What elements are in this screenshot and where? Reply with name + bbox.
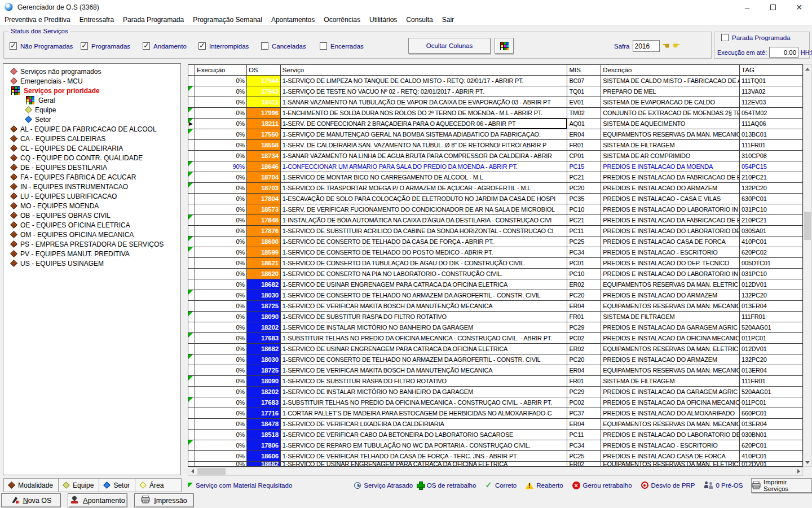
tag-cell[interactable]: 030SA01	[740, 226, 803, 236]
tag-cell[interactable]: 111FR01	[740, 312, 803, 322]
os-cell[interactable]: 18411	[247, 97, 281, 107]
os-cell[interactable]: 17943	[247, 86, 281, 97]
checkbox-box[interactable]	[10, 42, 17, 50]
servico-cell[interactable]: 1-SERVICO DE INSTALAR MICTÓRIO NO BANHEI…	[281, 322, 568, 332]
status-checkbox-2[interactable]: Programadas	[81, 42, 130, 50]
menu-item-7[interactable]: Utilitários	[365, 15, 401, 25]
tag-cell[interactable]: 013ER04	[740, 301, 803, 311]
scroll-up-button[interactable]	[804, 65, 811, 73]
execucao-cell[interactable]: 0%	[195, 129, 247, 139]
execucao-cell[interactable]: 0%	[195, 215, 247, 225]
mis-cell[interactable]: TQ01	[567, 86, 601, 97]
servico-cell[interactable]: 1-ESCAVAÇÃO DE SOLO PARA COLOCAÇÃO DE EL…	[281, 194, 568, 204]
os-cell[interactable]: 18478	[247, 419, 281, 429]
servico-cell[interactable]: 1-SERVICO DE VERIFICAR LIXADEIRA DA CALD…	[281, 419, 568, 429]
mis-cell[interactable]: FR01	[567, 376, 601, 386]
tree-item-17[interactable]: OE - EQUIPES OFICINA ELETRICA	[3, 220, 180, 230]
header-execucao[interactable]: Execução	[195, 65, 247, 75]
mis-cell[interactable]: PC35	[567, 194, 601, 204]
execucao-cell[interactable]: 0%	[195, 172, 247, 182]
servico-cell[interactable]: 1-SERVICO DE VERIFICAR TELHADO DA CASA D…	[281, 451, 568, 461]
descricao-cell[interactable]: PREDIOS E INSTALACAO CASA DE FORCA	[601, 237, 740, 247]
descricao-cell[interactable]: PREDIOS E INSTALACAO CASA DE FORCA	[601, 451, 740, 461]
tag-cell[interactable]: 013ER04	[740, 365, 803, 375]
execucao-cell[interactable]: 0%	[195, 194, 247, 204]
os-cell[interactable]: 18558	[247, 140, 281, 150]
descricao-cell[interactable]: PREDIOS E INSTALACAO DA FABRICACAO DE E	[601, 172, 740, 182]
table-row[interactable]: 0%180301-SERVICO DE CONSERTO DE TELHADO …	[188, 354, 803, 365]
execucao-cell[interactable]: 0%	[195, 430, 247, 440]
servico-cell[interactable]: 1-SERVICO DE CONSERTO DE TELHADO DO POST…	[281, 247, 568, 257]
descricao-cell[interactable]: PREPARO DE MEL	[601, 86, 740, 97]
tag-cell[interactable]: 111TQ01	[740, 76, 803, 86]
tree-item-9[interactable]: CL - EQUIPES DE CALDEIRARIA	[3, 143, 180, 153]
mis-cell[interactable]: PC15	[567, 161, 601, 172]
servico-cell[interactable]: 1-SERVICO DE TRASPORTAR MOEGA P/ O ARMAZ…	[281, 183, 568, 193]
tree-item-16[interactable]: OB - EQUIPES OBRAS CIVIL	[3, 211, 180, 220]
tree-item-19[interactable]: PS - EMPRESA PRESTADORA DE SERVIÇOS	[3, 239, 180, 249]
descricao-cell[interactable]: CONJUNTO DE EXTRACAO DE MOENDAS 2§ TE	[601, 108, 740, 118]
descricao-cell[interactable]: PREDIOS E INSTALACAO - CASA E VILAS	[601, 194, 740, 204]
vertical-scroll-thumb[interactable]	[804, 212, 811, 240]
menu-item-3[interactable]: Parada Programada	[118, 15, 188, 25]
descricao-cell[interactable]: SISTEMA DE FILTRAGEM	[601, 312, 740, 322]
os-cell[interactable]: 17806	[247, 440, 281, 450]
descricao-cell[interactable]: PREDIOS E INSTALACAO DA GARAGEM AGRIC	[601, 322, 740, 332]
tag-cell[interactable]: 054PC15	[740, 161, 803, 172]
tree-item-18[interactable]: OM - EQUIPES OFICINA MECANICA	[3, 230, 180, 239]
header-descricao[interactable]: Descrição	[601, 65, 740, 75]
servico-cell[interactable]: 1-SERVICO DE CONSERTO DA TUBULAÇAO DE AG…	[281, 258, 568, 268]
os-cell[interactable]: 17848	[247, 215, 281, 225]
execucao-cell[interactable]: 90%	[195, 161, 247, 172]
checkbox-box[interactable]	[81, 42, 88, 50]
filter-tab-equipe[interactable]: Equipe	[59, 479, 99, 492]
descricao-cell[interactable]: SISTEMA DE FILTRAGEM	[601, 376, 740, 386]
table-row[interactable]: 0%182021-SERVICO DE INSTALAR MICTÓRIO NO…	[188, 387, 803, 397]
filter-tab-area[interactable]: Área	[135, 479, 181, 492]
tree-item-1[interactable]: Serviços não programados	[3, 67, 180, 76]
os-cell[interactable]: 18599	[247, 247, 281, 257]
os-cell[interactable]: 18211	[247, 119, 281, 129]
execucao-input[interactable]	[769, 47, 798, 58]
os-cell[interactable]: 18030	[247, 354, 281, 365]
mis-cell[interactable]: PC01	[567, 258, 601, 268]
servico-cell[interactable]: 1-SERVICO DE SUBSTITUIR ACRILICO DA CABI…	[281, 226, 568, 236]
table-row[interactable]: 0%187251-SERVICO DE VERIFICAR MAKITA BOS…	[188, 301, 803, 312]
servico-cell[interactable]: 1-SERVICO DE CONSERTO DE TELHADO NO ARMA…	[281, 290, 568, 300]
servico-cell[interactable]: 1-SERVICO DE REPARO EM TUBULAÇÃO NO WC D…	[281, 440, 568, 450]
os-cell[interactable]: 18600	[247, 237, 281, 247]
status-checkbox-1[interactable]: Não Programadas	[10, 42, 73, 50]
mis-cell[interactable]: ER04	[567, 129, 601, 139]
descricao-cell[interactable]: EQUIPAMENTOS RESERVAS DA MAN. MECANIC	[601, 419, 740, 429]
table-row[interactable]: 0%186001-SERVICO DE CONSERTO DE TELHADO …	[188, 237, 803, 247]
descricao-cell[interactable]: EQUIPAMENTOS RESERVAS DA MAN. ELETRIC	[601, 344, 740, 354]
os-cell[interactable]: 18682	[247, 344, 281, 354]
execucao-cell[interactable]: 0%	[195, 301, 247, 311]
scroll-down-button[interactable]	[804, 458, 811, 466]
servico-cell[interactable]: 1-SERV. DE VERIFICAR FUCIONAMENTO DO CON…	[281, 204, 568, 214]
tag-cell[interactable]: 005DTC01	[740, 258, 803, 268]
execucao-cell[interactable]: 0%	[195, 140, 247, 150]
horizontal-scrollbar[interactable]	[188, 467, 803, 476]
tag-cell[interactable]: 013BC01	[740, 129, 803, 139]
table-row[interactable]: 0%184111-SANAR VAZAMENTO NA TUBULAÇÃO DE…	[188, 97, 803, 108]
descricao-cell[interactable]: SISTEMA DE AR COMPRIMIDO	[601, 151, 740, 161]
hand-right-icon[interactable]: ☛	[673, 42, 680, 50]
tag-cell[interactable]: 132PC20	[740, 354, 803, 365]
mis-cell[interactable]: ER04	[567, 419, 601, 429]
table-row[interactable]: 0%185581-SERV. DE CALDEIRARIA SAN. VAZAM…	[188, 140, 803, 151]
parada-programada-checkbox[interactable]	[721, 34, 729, 41]
tag-cell[interactable]: 030BN01	[740, 430, 803, 440]
hide-columns-button[interactable]: Ocultar Colunas	[408, 38, 491, 54]
descricao-cell[interactable]: EQUIPAMENTOS RESERVAS DA MAN. MECANIC	[601, 129, 740, 139]
tag-cell[interactable]: 132PC20	[740, 290, 803, 300]
nova-os-button[interactable]: Nova OS	[1, 493, 61, 507]
descricao-cell[interactable]: PREDIOS E INSTALACAO DO DEP. TECNICO	[601, 258, 740, 268]
servico-cell[interactable]: 1-SERV. DE CALDEIRARIA SAN. VAZAMENTO NA…	[281, 140, 568, 150]
descricao-cell[interactable]: EQUIPAMENTOS RESERVAS DA MAN. MECANIC	[601, 365, 740, 375]
execucao-cell[interactable]: 0%	[195, 451, 247, 461]
mis-cell[interactable]: PC20	[567, 354, 601, 365]
mis-cell[interactable]: PC11	[567, 226, 601, 236]
print-services-button[interactable]: Imprimir Serviços	[751, 478, 812, 493]
os-cell[interactable]: 18090	[247, 312, 281, 322]
